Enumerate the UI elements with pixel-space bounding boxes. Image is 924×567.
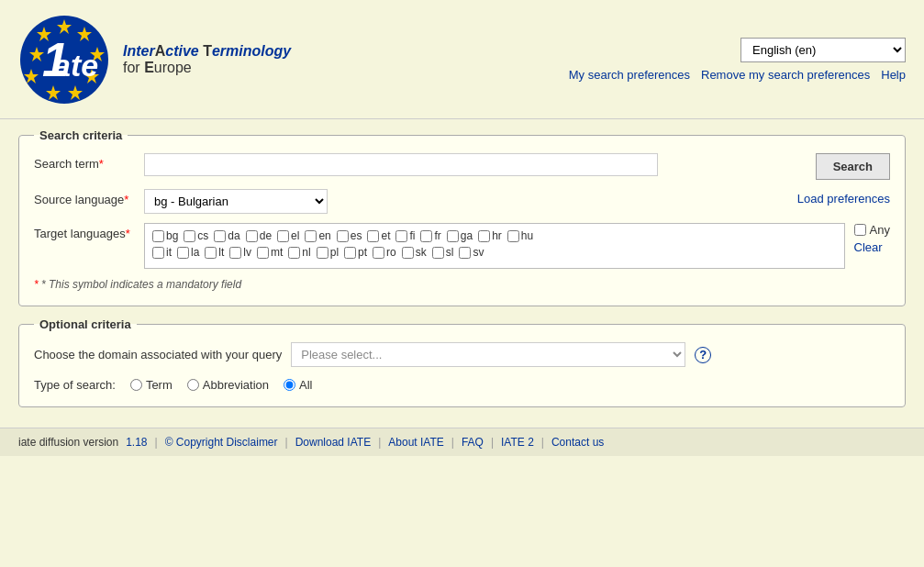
footer-version-text: iate diffusion version <box>18 436 118 449</box>
load-preferences-link[interactable]: Load preferences <box>797 192 890 206</box>
footer-version-link[interactable]: 1.18 <box>126 436 147 449</box>
lang-sl[interactable]: sl <box>432 246 454 259</box>
lang-es-checkbox[interactable] <box>337 230 349 242</box>
lang-ga-checkbox[interactable] <box>447 230 459 242</box>
radio-all[interactable]: All <box>284 378 312 392</box>
lang-nl-checkbox[interactable] <box>288 247 300 259</box>
target-languages-box: bg cs da de el en es et fi fr ga hr hu <box>144 223 845 269</box>
language-select[interactable]: English (en)French (fr)German (de)Spanis… <box>740 38 906 62</box>
type-of-search-label: Type of search: <box>34 378 116 392</box>
lang-pt[interactable]: pt <box>344 246 367 259</box>
lang-pl-checkbox[interactable] <box>317 247 328 259</box>
target-languages-label: Target languages* <box>34 223 144 240</box>
target-lang-row-1: bg cs da de el en es et fi fr ga hr hu <box>152 229 837 242</box>
lang-fr-checkbox[interactable] <box>420 230 432 242</box>
lang-da-checkbox[interactable] <box>214 230 226 242</box>
lang-mt[interactable]: mt <box>257 246 283 259</box>
lang-it[interactable]: it <box>152 246 172 259</box>
lang-el[interactable]: el <box>277 229 299 242</box>
lang-lv-checkbox[interactable] <box>229 247 241 259</box>
lang-hr[interactable]: hr <box>478 229 502 242</box>
search-criteria-legend: Search criteria <box>34 128 128 142</box>
lang-ga[interactable]: ga <box>447 229 473 242</box>
lang-es[interactable]: es <box>337 229 362 242</box>
lang-bg[interactable]: bg <box>152 229 178 242</box>
lang-sk-checkbox[interactable] <box>402 247 414 259</box>
clear-link[interactable]: Clear <box>854 240 883 254</box>
lang-ro[interactable]: ro <box>373 246 396 259</box>
any-label[interactable]: Any <box>854 223 890 237</box>
lang-et-checkbox[interactable] <box>367 230 379 242</box>
lang-la-checkbox[interactable] <box>177 247 189 259</box>
lang-cs-checkbox[interactable] <box>184 230 195 242</box>
footer-faq-link[interactable]: FAQ <box>462 436 484 449</box>
lang-ro-checkbox[interactable] <box>373 247 384 259</box>
footer-iate2-link[interactable]: IATE 2 <box>501 436 534 449</box>
lang-fr[interactable]: fr <box>420 229 440 242</box>
source-language-label: Source language* <box>34 189 144 206</box>
lang-sv-checkbox[interactable] <box>459 247 471 259</box>
footer-contact-link[interactable]: Contact us <box>551 436 604 449</box>
lang-hr-checkbox[interactable] <box>478 230 490 242</box>
lang-sl-checkbox[interactable] <box>432 247 444 259</box>
lang-fi-checkbox[interactable] <box>395 230 407 242</box>
radio-abbreviation[interactable]: Abbreviation <box>187 378 269 392</box>
any-clear-area: Any Clear <box>854 223 890 254</box>
optional-criteria-fieldset: Optional criteria Choose the domain asso… <box>18 317 906 407</box>
lang-mt-checkbox[interactable] <box>257 247 269 259</box>
main-content: Search criteria Search term* Search Sour… <box>0 119 924 428</box>
footer-sep-1: | <box>155 436 158 449</box>
domain-select[interactable]: Please select... <box>291 342 685 367</box>
header-right: English (en)French (fr)German (de)Spanis… <box>569 38 906 82</box>
lang-hu-checkbox[interactable] <box>507 230 519 242</box>
optional-criteria-legend: Optional criteria <box>34 317 137 331</box>
radio-term[interactable]: Term <box>130 378 173 392</box>
lang-nl[interactable]: nl <box>288 246 310 259</box>
domain-row: Choose the domain associated with your q… <box>34 342 890 367</box>
footer-sep-5: | <box>491 436 494 449</box>
radio-all-input[interactable] <box>284 379 295 391</box>
footer-sep-2: | <box>285 436 288 449</box>
lang-la[interactable]: la <box>177 246 199 259</box>
eu-logo-icon: 1 ate <box>18 14 110 106</box>
radio-term-input[interactable] <box>130 379 142 391</box>
target-languages-row: Target languages* bg cs da de el en es e… <box>34 223 890 269</box>
lang-fi[interactable]: fi <box>395 229 415 242</box>
search-term-row: Search term* Search <box>34 153 890 180</box>
lang-cs[interactable]: cs <box>184 229 208 242</box>
lang-hu[interactable]: hu <box>507 229 533 242</box>
lang-it-checkbox[interactable] <box>152 247 164 259</box>
help-link[interactable]: Help <box>881 68 906 82</box>
search-term-input[interactable] <box>144 153 658 176</box>
footer-about-iate-link[interactable]: About IATE <box>388 436 443 449</box>
lang-sv[interactable]: sv <box>459 246 484 259</box>
lang-pl[interactable]: pl <box>317 246 339 259</box>
my-search-preferences-link[interactable]: My search preferences <box>569 68 690 82</box>
lang-lt-checkbox[interactable] <box>205 247 217 259</box>
lang-en[interactable]: en <box>305 229 330 242</box>
lang-da[interactable]: da <box>214 229 239 242</box>
lang-pt-checkbox[interactable] <box>344 247 356 259</box>
search-button[interactable]: Search <box>816 153 890 180</box>
source-language-select[interactable]: bg - Bulgariancs - Czechda - Danishde - … <box>144 189 328 214</box>
lang-lt[interactable]: lt <box>205 246 224 259</box>
mandatory-note: * * This symbol indicates a mandatory fi… <box>34 278 890 291</box>
lang-en-checkbox[interactable] <box>305 230 317 242</box>
footer-download-iate-link[interactable]: Download IATE <box>295 436 371 449</box>
search-criteria-fieldset: Search criteria Search term* Search Sour… <box>18 128 906 306</box>
lang-de-checkbox[interactable] <box>246 230 258 242</box>
lang-et[interactable]: et <box>367 229 390 242</box>
lang-sk[interactable]: sk <box>402 246 427 259</box>
lang-bg-checkbox[interactable] <box>152 230 164 242</box>
any-checkbox[interactable] <box>854 224 866 236</box>
type-of-search-row: Type of search: Term Abbreviation All <box>34 378 890 392</box>
radio-abbreviation-input[interactable] <box>187 379 199 391</box>
help-icon[interactable]: ? <box>695 347 711 363</box>
footer-sep-4: | <box>451 436 454 449</box>
remove-search-preferences-link[interactable]: Remove my search preferences <box>701 68 870 82</box>
footer-sep-6: | <box>541 436 544 449</box>
lang-lv[interactable]: lv <box>229 246 251 259</box>
footer-copyright-link[interactable]: © Copyright Disclaimer <box>165 436 278 449</box>
lang-de[interactable]: de <box>246 229 272 242</box>
lang-el-checkbox[interactable] <box>277 230 289 242</box>
